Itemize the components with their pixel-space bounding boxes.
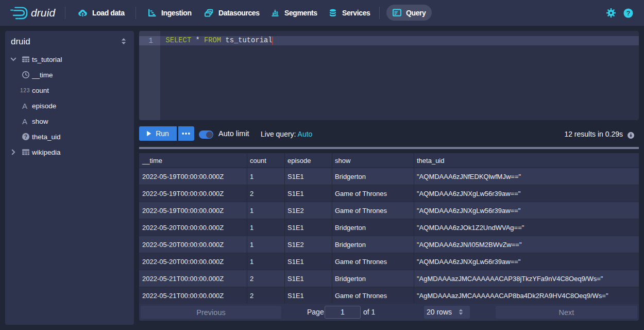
svg-text:?: ? bbox=[626, 10, 631, 17]
svg-text:?: ? bbox=[24, 134, 27, 140]
